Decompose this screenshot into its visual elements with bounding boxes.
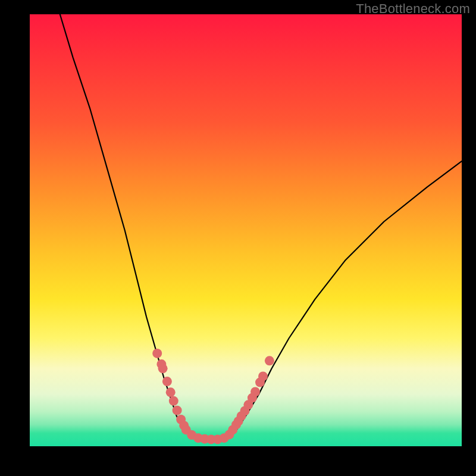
scatter-point bbox=[158, 364, 168, 373]
scatter-points bbox=[152, 349, 274, 444]
scatter-point bbox=[258, 371, 268, 381]
chart-frame: TheBottleneck.com bbox=[0, 0, 476, 476]
scatter-point bbox=[250, 387, 260, 397]
scatter-point bbox=[265, 356, 274, 365]
chart-svg bbox=[30, 14, 462, 446]
scatter-point bbox=[152, 349, 162, 358]
plot-area bbox=[30, 14, 462, 446]
scatter-point bbox=[162, 377, 172, 386]
scatter-point bbox=[169, 396, 178, 406]
scatter-point bbox=[173, 406, 182, 415]
scatter-point bbox=[166, 387, 176, 397]
